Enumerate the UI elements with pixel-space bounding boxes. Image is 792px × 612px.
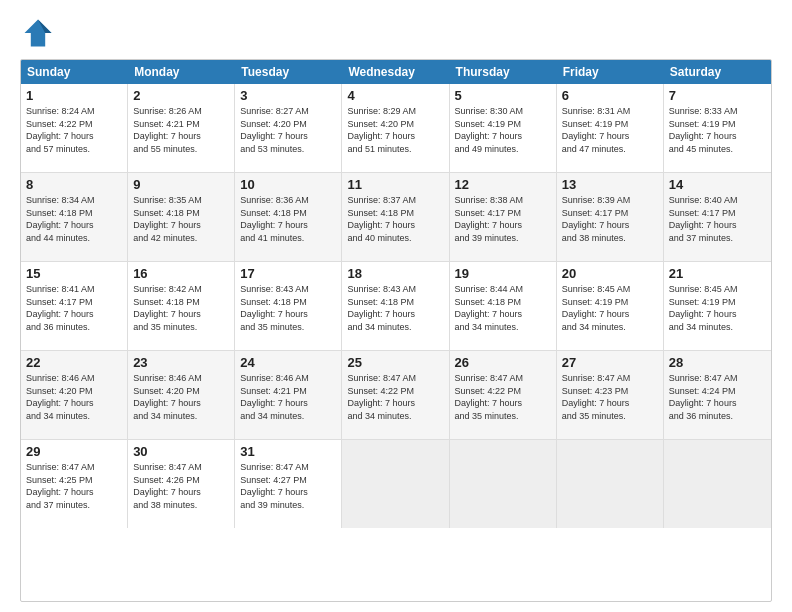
day-info: Sunrise: 8:47 AM Sunset: 4:24 PM Dayligh… (669, 372, 766, 422)
calendar-row: 8Sunrise: 8:34 AM Sunset: 4:18 PM Daylig… (21, 173, 771, 262)
day-number: 23 (133, 355, 229, 370)
day-number: 30 (133, 444, 229, 459)
day-number: 25 (347, 355, 443, 370)
calendar-cell: 26Sunrise: 8:47 AM Sunset: 4:22 PM Dayli… (450, 351, 557, 439)
day-number: 10 (240, 177, 336, 192)
calendar-row: 15Sunrise: 8:41 AM Sunset: 4:17 PM Dayli… (21, 262, 771, 351)
calendar-cell: 10Sunrise: 8:36 AM Sunset: 4:18 PM Dayli… (235, 173, 342, 261)
calendar-cell: 30Sunrise: 8:47 AM Sunset: 4:26 PM Dayli… (128, 440, 235, 528)
logo (20, 15, 60, 51)
calendar: SundayMondayTuesdayWednesdayThursdayFrid… (20, 59, 772, 602)
day-number: 16 (133, 266, 229, 281)
day-info: Sunrise: 8:26 AM Sunset: 4:21 PM Dayligh… (133, 105, 229, 155)
day-info: Sunrise: 8:46 AM Sunset: 4:20 PM Dayligh… (133, 372, 229, 422)
calendar-cell: 11Sunrise: 8:37 AM Sunset: 4:18 PM Dayli… (342, 173, 449, 261)
calendar-cell: 31Sunrise: 8:47 AM Sunset: 4:27 PM Dayli… (235, 440, 342, 528)
calendar-cell: 20Sunrise: 8:45 AM Sunset: 4:19 PM Dayli… (557, 262, 664, 350)
day-number: 17 (240, 266, 336, 281)
day-info: Sunrise: 8:34 AM Sunset: 4:18 PM Dayligh… (26, 194, 122, 244)
calendar-header-cell: Monday (128, 60, 235, 84)
calendar-header-cell: Friday (557, 60, 664, 84)
day-number: 1 (26, 88, 122, 103)
calendar-cell: 7Sunrise: 8:33 AM Sunset: 4:19 PM Daylig… (664, 84, 771, 172)
calendar-cell: 16Sunrise: 8:42 AM Sunset: 4:18 PM Dayli… (128, 262, 235, 350)
day-info: Sunrise: 8:30 AM Sunset: 4:19 PM Dayligh… (455, 105, 551, 155)
day-number: 14 (669, 177, 766, 192)
calendar-cell (557, 440, 664, 528)
day-info: Sunrise: 8:47 AM Sunset: 4:23 PM Dayligh… (562, 372, 658, 422)
day-number: 22 (26, 355, 122, 370)
day-number: 15 (26, 266, 122, 281)
day-number: 7 (669, 88, 766, 103)
calendar-body: 1Sunrise: 8:24 AM Sunset: 4:22 PM Daylig… (21, 84, 771, 528)
calendar-cell: 17Sunrise: 8:43 AM Sunset: 4:18 PM Dayli… (235, 262, 342, 350)
day-number: 6 (562, 88, 658, 103)
day-number: 18 (347, 266, 443, 281)
day-info: Sunrise: 8:39 AM Sunset: 4:17 PM Dayligh… (562, 194, 658, 244)
day-number: 20 (562, 266, 658, 281)
day-info: Sunrise: 8:31 AM Sunset: 4:19 PM Dayligh… (562, 105, 658, 155)
day-number: 21 (669, 266, 766, 281)
day-info: Sunrise: 8:29 AM Sunset: 4:20 PM Dayligh… (347, 105, 443, 155)
calendar-cell: 24Sunrise: 8:46 AM Sunset: 4:21 PM Dayli… (235, 351, 342, 439)
calendar-cell (450, 440, 557, 528)
day-number: 28 (669, 355, 766, 370)
calendar-cell: 25Sunrise: 8:47 AM Sunset: 4:22 PM Dayli… (342, 351, 449, 439)
day-info: Sunrise: 8:33 AM Sunset: 4:19 PM Dayligh… (669, 105, 766, 155)
header (20, 15, 772, 51)
day-info: Sunrise: 8:43 AM Sunset: 4:18 PM Dayligh… (347, 283, 443, 333)
calendar-cell: 28Sunrise: 8:47 AM Sunset: 4:24 PM Dayli… (664, 351, 771, 439)
calendar-cell: 21Sunrise: 8:45 AM Sunset: 4:19 PM Dayli… (664, 262, 771, 350)
day-number: 3 (240, 88, 336, 103)
calendar-cell: 14Sunrise: 8:40 AM Sunset: 4:17 PM Dayli… (664, 173, 771, 261)
day-number: 12 (455, 177, 551, 192)
calendar-cell: 13Sunrise: 8:39 AM Sunset: 4:17 PM Dayli… (557, 173, 664, 261)
day-info: Sunrise: 8:47 AM Sunset: 4:27 PM Dayligh… (240, 461, 336, 511)
day-number: 13 (562, 177, 658, 192)
calendar-cell (342, 440, 449, 528)
day-info: Sunrise: 8:38 AM Sunset: 4:17 PM Dayligh… (455, 194, 551, 244)
day-info: Sunrise: 8:42 AM Sunset: 4:18 PM Dayligh… (133, 283, 229, 333)
calendar-cell: 5Sunrise: 8:30 AM Sunset: 4:19 PM Daylig… (450, 84, 557, 172)
calendar-cell: 8Sunrise: 8:34 AM Sunset: 4:18 PM Daylig… (21, 173, 128, 261)
calendar-header-cell: Tuesday (235, 60, 342, 84)
day-info: Sunrise: 8:35 AM Sunset: 4:18 PM Dayligh… (133, 194, 229, 244)
day-number: 27 (562, 355, 658, 370)
day-info: Sunrise: 8:40 AM Sunset: 4:17 PM Dayligh… (669, 194, 766, 244)
calendar-header-cell: Sunday (21, 60, 128, 84)
calendar-header-cell: Saturday (664, 60, 771, 84)
day-info: Sunrise: 8:43 AM Sunset: 4:18 PM Dayligh… (240, 283, 336, 333)
calendar-cell: 3Sunrise: 8:27 AM Sunset: 4:20 PM Daylig… (235, 84, 342, 172)
day-number: 5 (455, 88, 551, 103)
day-info: Sunrise: 8:47 AM Sunset: 4:22 PM Dayligh… (455, 372, 551, 422)
day-info: Sunrise: 8:24 AM Sunset: 4:22 PM Dayligh… (26, 105, 122, 155)
page: SundayMondayTuesdayWednesdayThursdayFrid… (0, 0, 792, 612)
day-info: Sunrise: 8:27 AM Sunset: 4:20 PM Dayligh… (240, 105, 336, 155)
day-info: Sunrise: 8:36 AM Sunset: 4:18 PM Dayligh… (240, 194, 336, 244)
day-number: 9 (133, 177, 229, 192)
calendar-header-cell: Thursday (450, 60, 557, 84)
day-number: 29 (26, 444, 122, 459)
day-info: Sunrise: 8:45 AM Sunset: 4:19 PM Dayligh… (562, 283, 658, 333)
calendar-cell (664, 440, 771, 528)
day-number: 2 (133, 88, 229, 103)
day-info: Sunrise: 8:47 AM Sunset: 4:22 PM Dayligh… (347, 372, 443, 422)
calendar-cell: 2Sunrise: 8:26 AM Sunset: 4:21 PM Daylig… (128, 84, 235, 172)
day-info: Sunrise: 8:46 AM Sunset: 4:21 PM Dayligh… (240, 372, 336, 422)
day-number: 4 (347, 88, 443, 103)
day-info: Sunrise: 8:37 AM Sunset: 4:18 PM Dayligh… (347, 194, 443, 244)
calendar-cell: 15Sunrise: 8:41 AM Sunset: 4:17 PM Dayli… (21, 262, 128, 350)
day-info: Sunrise: 8:47 AM Sunset: 4:26 PM Dayligh… (133, 461, 229, 511)
calendar-cell: 23Sunrise: 8:46 AM Sunset: 4:20 PM Dayli… (128, 351, 235, 439)
day-number: 8 (26, 177, 122, 192)
day-number: 19 (455, 266, 551, 281)
calendar-row: 1Sunrise: 8:24 AM Sunset: 4:22 PM Daylig… (21, 84, 771, 173)
calendar-cell: 1Sunrise: 8:24 AM Sunset: 4:22 PM Daylig… (21, 84, 128, 172)
calendar-cell: 12Sunrise: 8:38 AM Sunset: 4:17 PM Dayli… (450, 173, 557, 261)
logo-icon (20, 15, 56, 51)
calendar-row: 22Sunrise: 8:46 AM Sunset: 4:20 PM Dayli… (21, 351, 771, 440)
day-info: Sunrise: 8:41 AM Sunset: 4:17 PM Dayligh… (26, 283, 122, 333)
calendar-header: SundayMondayTuesdayWednesdayThursdayFrid… (21, 60, 771, 84)
calendar-row: 29Sunrise: 8:47 AM Sunset: 4:25 PM Dayli… (21, 440, 771, 528)
day-number: 26 (455, 355, 551, 370)
